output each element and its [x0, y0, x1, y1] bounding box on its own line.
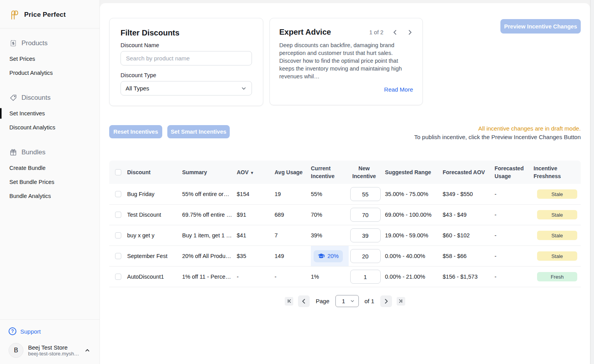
chevron-up-icon[interactable]: [85, 348, 90, 353]
sidebar-item-discount-analytics[interactable]: Discount Analytics: [0, 120, 99, 134]
incentive-freshness-cell: Stale: [534, 231, 581, 240]
sidebar: Price Perfect Products Set Prices Produc…: [0, 0, 100, 364]
row-checkbox[interactable]: [115, 191, 121, 197]
avg-usage-cell: 689: [275, 212, 311, 218]
scrollbar-track[interactable]: [590, 0, 594, 364]
preview-incentive-changes-button[interactable]: Preview Incentive Changes: [500, 19, 581, 34]
advice-next-button[interactable]: [407, 29, 413, 35]
incentive-freshness-cell: Stale: [534, 251, 581, 261]
advice-pagination-label: 1 of 2: [369, 29, 383, 35]
expert-advice-card: Expert Advice 1 of 2 Deep discounts can …: [270, 18, 423, 105]
row-checkbox[interactable]: [115, 274, 121, 280]
nav-section-label: Bundles: [21, 148, 45, 156]
filter-card-title: Filter Discounts: [121, 28, 252, 37]
new-incentive-input[interactable]: [350, 228, 381, 242]
chevron-down-icon: [241, 85, 247, 92]
row-checkbox[interactable]: [115, 232, 121, 239]
new-incentive-cell: [349, 249, 385, 263]
sidebar-item-set-incentives[interactable]: Set Incentives: [0, 106, 99, 120]
freshness-badge: Stale: [537, 210, 577, 219]
sidebar-item-bundle-analytics[interactable]: Bundle Analytics: [0, 189, 99, 203]
incentive-freshness-cell: Fresh: [534, 272, 581, 281]
avg-usage-cell: 19: [275, 191, 311, 197]
store-avatar: B: [9, 343, 23, 358]
column-header-new-incentive: New Incentive: [349, 164, 385, 180]
table-row: AutoDiscount11% off 11 - Perce…--1%0.00%…: [109, 267, 581, 287]
advice-prev-button[interactable]: [392, 29, 398, 35]
support-link[interactable]: ? Support: [9, 327, 93, 335]
row-checkbox[interactable]: [115, 253, 121, 259]
new-incentive-input[interactable]: [350, 187, 381, 201]
row-checkbox-cell: [109, 212, 127, 218]
column-header-avg-usage: Avg Usage: [275, 168, 311, 176]
table-row: Bug Friday55% off entire or…$1541955%35.…: [109, 184, 581, 205]
draft-mode-notice: All incentive changes are in draft mode.…: [414, 125, 581, 140]
set-smart-incentives-button[interactable]: Set Smart Incentives: [167, 125, 230, 138]
previous-page-button[interactable]: [298, 295, 310, 307]
new-incentive-input[interactable]: [350, 249, 381, 263]
current-incentive-value: 70%: [311, 212, 322, 218]
last-page-button[interactable]: [397, 297, 405, 306]
nav-section-label: Discounts: [21, 94, 51, 102]
smart-incentive-pill: 20%: [314, 250, 342, 262]
page-number-select[interactable]: 1: [335, 295, 359, 307]
sidebar-item-product-analytics[interactable]: Product Analytics: [0, 66, 99, 80]
next-page-button[interactable]: [380, 295, 392, 307]
current-incentive-cell: 20%: [311, 246, 349, 266]
incentive-freshness-cell: Stale: [534, 189, 581, 199]
forecasted-usage-cell: -: [495, 212, 534, 218]
column-header-discount: Discount: [127, 168, 182, 176]
forecasted-aov-cell: $43 - $49: [443, 212, 495, 218]
pagination-bar: Page 1 of 1: [109, 295, 581, 307]
aov-cell: $41: [237, 232, 275, 239]
nav-section-discounts: Discounts: [0, 90, 99, 106]
sidebar-item-set-prices[interactable]: Set Prices: [0, 52, 99, 66]
sidebar-item-create-bundle[interactable]: Create Bundle: [0, 161, 99, 175]
nav-section-label: Products: [21, 39, 48, 47]
current-incentive-cell: 55%: [311, 184, 349, 204]
forecasted-aov-cell: $60 - $102: [443, 232, 495, 239]
forecasted-usage-cell: -: [495, 232, 534, 239]
discount-name-cell: AutoDiscount1: [127, 274, 182, 280]
discount-summary-cell: 20% off All Produ…: [182, 253, 237, 259]
discount-summary-cell: Buy 1 item, get 1 …: [182, 232, 237, 239]
row-checkbox-cell: [109, 253, 127, 259]
main-content: Filter Discounts Discount Name Discount …: [100, 3, 590, 364]
forecasted-usage-cell: -: [495, 274, 534, 280]
select-all-checkbox[interactable]: [115, 169, 121, 175]
table-row: Test Discount69.75% off entire …$9168970…: [109, 205, 581, 225]
discount-type-select[interactable]: All Types: [121, 81, 252, 95]
discount-name-search-input[interactable]: [121, 51, 252, 65]
column-header-current-incentive: Current Incentive: [311, 164, 349, 180]
aov-cell: -: [237, 274, 275, 280]
column-header-aov[interactable]: AOV▼: [237, 168, 275, 176]
row-checkbox[interactable]: [115, 212, 121, 218]
store-switcher[interactable]: B Beej Test Store beej-test-store.mysh…: [9, 343, 93, 358]
aov-cell: $154: [237, 191, 275, 197]
discount-name-cell: buy x get y: [127, 232, 182, 239]
discount-type-value: All Types: [126, 85, 149, 92]
column-header-suggested-range: Suggested Range: [385, 168, 443, 176]
suggested-range-cell: 69.00% - 100.00%: [385, 212, 443, 218]
column-header-forecasted-aov: Forecasted AOV: [443, 168, 495, 176]
sidebar-item-set-bundle-prices[interactable]: Set Bundle Prices: [0, 175, 99, 189]
sidebar-footer: ? Support B Beej Test Store beej-test-st…: [0, 319, 99, 364]
sort-descending-icon: ▼: [250, 171, 254, 175]
suggested-range-cell: 0.00% - 40.00%: [385, 253, 443, 259]
read-more-link[interactable]: Read More: [279, 86, 413, 93]
row-checkbox-cell: [109, 274, 127, 280]
forecasted-aov-cell: $58 - $66: [443, 253, 495, 259]
forecasted-aov-cell: $349 - $550: [443, 191, 495, 197]
row-checkbox-cell: [109, 232, 127, 239]
current-incentive-value: 20%: [327, 253, 339, 259]
reset-incentives-button[interactable]: Reset Incentives: [109, 125, 162, 138]
new-incentive-input[interactable]: [350, 208, 381, 222]
aov-cell: $35: [237, 253, 275, 259]
first-page-button[interactable]: [285, 297, 293, 306]
nav-section-products: Products: [0, 35, 99, 52]
new-incentive-cell: [349, 208, 385, 222]
discount-summary-cell: 55% off entire or…: [182, 191, 237, 197]
new-incentive-input[interactable]: [350, 270, 381, 284]
aov-cell: $91: [237, 212, 275, 218]
avg-usage-cell: 7: [275, 232, 311, 239]
